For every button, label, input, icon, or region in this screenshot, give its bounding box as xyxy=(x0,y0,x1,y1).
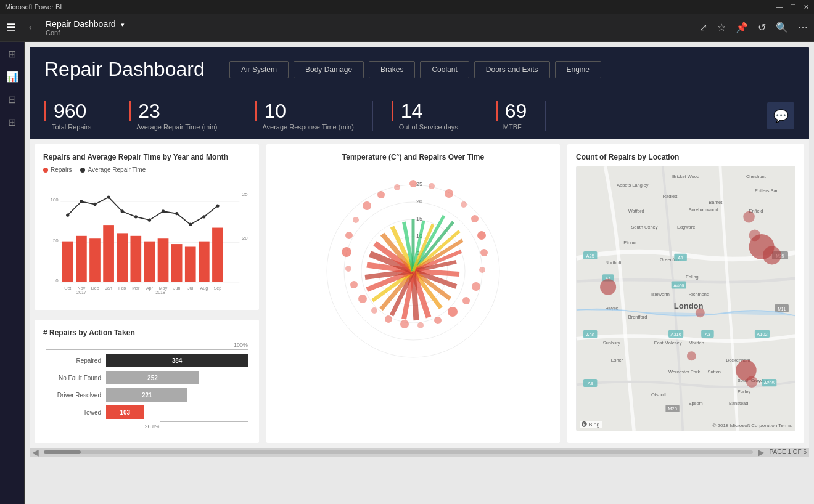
sidebar-icon-bar-chart[interactable]: 📊 xyxy=(6,71,18,83)
outer-dot-t2 xyxy=(394,184,400,190)
action-rows: Repaired 384 No Fault Found xyxy=(46,354,248,419)
kpi-avg-response-time: 10 Average Response Time (min) xyxy=(255,101,372,131)
pin-icon[interactable]: 📌 xyxy=(736,22,748,33)
appbar: ☰ ← Repair Dashboard ▾ Conf ⤢ ☆ 📌 ↺ 🔍 ⋯ xyxy=(0,14,814,42)
svg-text:Edgware: Edgware xyxy=(677,224,695,230)
chat-icon[interactable]: 💬 xyxy=(767,102,794,129)
tab-doors-and-exits[interactable]: Doors and Exits xyxy=(474,61,550,78)
outer-dot-tr2 xyxy=(445,189,453,198)
sidebar-icon-home[interactable]: ⊞ xyxy=(8,48,16,60)
outer-dot-b2 xyxy=(417,322,424,328)
outer-dot-l4 xyxy=(345,232,353,239)
svg-text:Abbots Langley: Abbots Langley xyxy=(617,182,649,188)
map-bubble-enfield xyxy=(743,211,755,223)
line-dot-aug xyxy=(202,215,205,218)
outer-dot-tr1 xyxy=(429,183,435,189)
map-bubble-east2 xyxy=(763,246,781,265)
titlebar: Microsoft Power BI — ☐ ✕ xyxy=(0,0,814,14)
outer-dot-br2 xyxy=(462,297,470,304)
bar-jan xyxy=(103,225,114,282)
action-pct-bottom-label: 26.8% xyxy=(144,423,160,429)
action-bar-driver-wrap: 221 xyxy=(106,388,248,402)
tab-coolant[interactable]: Coolant xyxy=(420,61,469,78)
expand-icon[interactable]: ⤢ xyxy=(699,22,707,33)
svg-text:Brentford: Brentford xyxy=(628,314,648,320)
svg-text:A3: A3 xyxy=(588,381,593,386)
legend-avg-repair-time: Average Repair Time xyxy=(80,166,146,173)
svg-text:Otshott: Otshott xyxy=(651,392,667,397)
svg-text:Nov: Nov xyxy=(78,286,86,290)
kpi-avg-repair-time-label: Average Repair Time (min) xyxy=(129,123,217,131)
svg-text:Aug: Aug xyxy=(200,286,208,291)
svg-text:Barnet: Barnet xyxy=(709,200,723,205)
svg-text:20: 20 xyxy=(242,235,248,241)
action-chart-panel: # Repairs by Action Taken 100% Repaired xyxy=(35,320,259,443)
svg-text:A1: A1 xyxy=(678,255,683,261)
bar-dec xyxy=(89,238,101,282)
svg-text:M11: M11 xyxy=(778,307,786,311)
app-subtitle: Conf xyxy=(46,29,125,36)
hamburger-icon[interactable]: ☰ xyxy=(6,21,16,35)
close-button[interactable]: ✕ xyxy=(804,3,809,11)
tab-body-damage[interactable]: Body Damage xyxy=(294,61,364,78)
outer-dot-bl2 xyxy=(371,307,377,314)
titlebar-controls: — ☐ ✕ xyxy=(776,3,809,11)
bottom-bar: ◀ ▶ PAGE 1 OF 6 xyxy=(30,448,809,457)
action-bar-driver: 221 xyxy=(106,388,187,402)
search-icon[interactable]: 🔍 xyxy=(776,22,788,33)
nav-tabs: Air System Body Damage Brakes Coolant Do… xyxy=(229,61,601,78)
map-bubble-west xyxy=(600,279,616,295)
minimize-button[interactable]: — xyxy=(776,3,783,11)
line-dot-apr xyxy=(148,219,151,222)
svg-text:A25: A25 xyxy=(586,253,594,259)
legend-repairs-dot xyxy=(43,168,48,173)
kpi-total-repairs: 960 Total Repairs xyxy=(44,101,110,131)
polar-chart-panel: Temperature (C°) and Repairs Over Time 2… xyxy=(266,144,560,443)
dashboard-header: Repair Dashboard Air System Body Damage … xyxy=(30,47,809,92)
scroll-track[interactable] xyxy=(44,450,753,454)
sidebar: ⊞ 📊 ⊟ ⊞ xyxy=(0,42,25,504)
svg-text:Pinner: Pinner xyxy=(623,240,637,245)
svg-text:Cheshunt: Cheshunt xyxy=(746,174,767,179)
svg-text:A102: A102 xyxy=(757,331,767,337)
outer-dot-b1 xyxy=(434,317,442,324)
refresh-icon[interactable]: ↺ xyxy=(758,22,766,33)
svg-text:Ealing: Ealing xyxy=(686,274,699,280)
line-dot-may xyxy=(162,209,165,213)
kpi-mtbf-value: 69 xyxy=(496,101,527,121)
dropdown-arrow[interactable]: ▾ xyxy=(121,21,125,28)
action-bar-repaired-wrap: 384 xyxy=(106,354,248,367)
scroll-left-icon[interactable]: ◀ xyxy=(32,447,39,457)
svg-text:Mar: Mar xyxy=(132,286,140,290)
map-bubble-east3 xyxy=(749,230,761,242)
bar-chart-svg: 100 50 0 25 20 xyxy=(43,178,250,301)
maximize-button[interactable]: ☐ xyxy=(790,3,796,11)
sidebar-icon-table[interactable]: ⊟ xyxy=(8,94,16,105)
scroll-thumb[interactable] xyxy=(44,450,81,454)
svg-text:A316: A316 xyxy=(670,331,681,337)
legend-avg-repair-time-dot xyxy=(80,168,85,173)
map-title: Count of Repairs by Location xyxy=(576,153,796,161)
bar-mar xyxy=(130,236,141,282)
bookmark-icon[interactable]: ☆ xyxy=(717,22,726,33)
outer-dot-r5 xyxy=(479,267,485,273)
back-button[interactable]: ← xyxy=(27,22,37,33)
bar-apr xyxy=(144,242,155,282)
tab-brakes[interactable]: Brakes xyxy=(369,61,415,78)
svg-text:Purley: Purley xyxy=(738,389,750,394)
sidebar-icon-network[interactable]: ⊞ xyxy=(8,116,16,128)
kpi-row: 960 Total Repairs 23 Average Repair Time… xyxy=(30,92,809,139)
kpi-out-of-service: 14 Out of Service days xyxy=(392,101,477,131)
svg-text:20: 20 xyxy=(416,198,422,205)
more-icon[interactable]: ⋯ xyxy=(798,22,808,33)
action-top-line xyxy=(46,349,248,350)
action-pct-bottom: 26.8% xyxy=(46,423,248,429)
outer-dot-bl3 xyxy=(358,295,367,303)
bar-oct xyxy=(62,242,73,282)
scroll-right-icon[interactable]: ▶ xyxy=(758,447,765,457)
svg-text:A3: A3 xyxy=(705,331,710,337)
outer-dot-bl1 xyxy=(385,315,392,323)
tab-engine[interactable]: Engine xyxy=(555,61,601,78)
tab-air-system[interactable]: Air System xyxy=(229,61,289,78)
kpi-out-of-service-value: 14 xyxy=(392,101,458,121)
